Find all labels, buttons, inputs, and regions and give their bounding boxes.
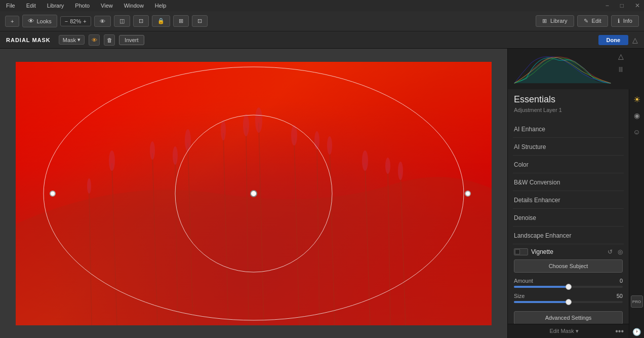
library-button[interactable]: ⊞ Library (536, 15, 574, 27)
fullscreen-button[interactable]: ⊡ (192, 15, 208, 27)
toolbar: + 👁 Looks − 82% + 👁 ◫ ⊡ 🔒 ⊞ ⊡ ⊞ Library … (0, 11, 644, 31)
add-icon: + (11, 18, 14, 24)
mask-eye-button[interactable]: 👁 (89, 34, 100, 46)
compare-button[interactable]: ◫ (114, 15, 130, 27)
crop-icon: ⊡ (139, 18, 143, 24)
menu-item-photo[interactable]: Photo (73, 2, 92, 10)
fullscreen-icon: ⊡ (197, 18, 202, 24)
right-panel: △ ||| ☀ ◉ ☺ PRO 🕐 Essentials Adjustment … (507, 49, 644, 338)
zoom-plus-button[interactable]: + (83, 18, 86, 24)
mask-bar: RADIAL MASK Mask ▾ 👁 🗑 Invert Done △ (0, 31, 644, 49)
lock-button[interactable]: 🔒 (152, 15, 170, 27)
edit-mask-label[interactable]: Edit Mask ▾ (513, 328, 615, 334)
looks-button[interactable]: 👁 Looks (22, 15, 57, 27)
info-icon: ℹ (618, 18, 620, 24)
vignette-section: Vignette ↺ ◎ Choose Subject Amount 0 (513, 244, 624, 324)
looks-icon: 👁 (28, 17, 34, 25)
center-handle[interactable] (250, 190, 257, 197)
panel-right-icons: ☀ ◉ ☺ PRO 🕐 (629, 89, 644, 338)
section-details-enhancer[interactable]: Details Enhancer (513, 191, 624, 209)
handle-left[interactable] (50, 191, 56, 197)
choose-subject-button[interactable]: Choose Subject (514, 259, 623, 273)
pro-badge: PRO (631, 295, 643, 308)
main-area: △ ||| ☀ ◉ ☺ PRO 🕐 Essentials Adjustment … (0, 49, 644, 338)
vignette-eye-icon[interactable]: ◎ (618, 248, 623, 255)
toolbar-right: ⊞ Library ✎ Edit ℹ Info (536, 15, 639, 27)
mask-delete-button[interactable]: 🗑 (104, 34, 115, 46)
advanced-settings-button[interactable]: Advanced Settings (514, 311, 623, 324)
essentials-panel: Essentials Adjustment Layer 1 AI Enhance… (508, 89, 629, 324)
section-ai-enhance[interactable]: AI Enhance (513, 120, 624, 138)
bottom-right-controls: ••• (615, 327, 624, 336)
window-maximize[interactable]: □ (620, 2, 624, 9)
edit-icon: ✎ (584, 18, 588, 24)
mask-title: RADIAL MASK (6, 37, 51, 43)
vignette-toggle[interactable] (514, 248, 528, 255)
amount-value: 0 (620, 278, 623, 284)
panel-title: Essentials (513, 94, 624, 105)
looks-label: Looks (36, 18, 51, 24)
size-label: Size (514, 293, 525, 299)
vignette-label: Vignette (531, 248, 605, 255)
compare-icon: ◫ (119, 18, 125, 24)
zoom-minus-button[interactable]: − (65, 18, 68, 24)
menu-item-file[interactable]: File (4, 2, 17, 10)
menu-item-library[interactable]: Library (45, 2, 66, 10)
size-slider-fill (514, 301, 569, 303)
clock-icon[interactable]: 🕐 (631, 326, 643, 338)
vignette-reset-icon[interactable]: ↺ (608, 248, 613, 255)
zoom-control: − 82% + (60, 16, 91, 26)
menu-bar: File Edit Library Photo View Window Help… (0, 0, 644, 11)
histogram-icon-btn-1[interactable]: △ (615, 51, 626, 62)
mask-dropdown[interactable]: Mask ▾ (59, 35, 85, 45)
menu-item-window[interactable]: Window (122, 2, 146, 10)
info-button[interactable]: ℹ Info (611, 15, 639, 27)
section-landscape-enhancer[interactable]: Landscape Enhancer (513, 227, 624, 244)
amount-slider-row: Amount 0 (514, 278, 623, 288)
chevron-down-icon: ▾ (77, 36, 80, 43)
dots-menu-button[interactable]: ••• (615, 327, 624, 336)
amount-slider-thumb[interactable] (566, 284, 572, 290)
size-value: 50 (617, 293, 623, 299)
amount-slider-fill (514, 286, 569, 288)
window-minimize[interactable]: − (606, 2, 609, 9)
grid-button[interactable]: ⊞ (173, 15, 189, 27)
preview-button[interactable]: 👁 (94, 16, 111, 27)
amount-label: Amount (514, 278, 533, 284)
canvas-area[interactable] (0, 49, 507, 338)
size-slider-thumb[interactable] (566, 299, 572, 305)
crop-button[interactable]: ⊡ (133, 15, 149, 27)
section-color[interactable]: Color (513, 156, 624, 173)
color-wheel-icon[interactable]: ◉ (631, 109, 643, 122)
done-button[interactable]: Done (598, 35, 629, 45)
section-bw-conversion[interactable]: B&W Conversion (513, 173, 624, 191)
vignette-checkbox-inner (515, 249, 520, 254)
invert-button[interactable]: Invert (119, 35, 144, 45)
add-button[interactable]: + (5, 16, 19, 27)
lock-icon: 🔒 (157, 18, 165, 24)
section-denoise[interactable]: Denoise (513, 209, 624, 227)
menu-item-view[interactable]: View (99, 2, 115, 10)
histogram-icon-btn-2[interactable]: ||| (615, 63, 626, 74)
edit-button[interactable]: ✎ Edit (577, 15, 608, 27)
section-ai-structure[interactable]: AI Structure (513, 138, 624, 156)
grid-icon: ⊞ (179, 18, 183, 24)
handle-right[interactable] (465, 191, 471, 197)
library-icon: ⊞ (542, 18, 547, 24)
histogram-controls: △ ||| (615, 51, 626, 74)
face-panel-icon[interactable]: ☺ (631, 126, 643, 138)
size-slider-row: Size 50 (514, 293, 623, 303)
canvas-image (16, 62, 492, 325)
amount-label-row: Amount 0 (514, 278, 623, 284)
warning-icon: △ (632, 36, 638, 44)
mask-dropdown-label: Mask (63, 37, 76, 43)
sun-panel-icon[interactable]: ☀ (631, 93, 643, 105)
menu-item-edit[interactable]: Edit (24, 2, 38, 10)
zoom-value: 82% (70, 18, 81, 24)
window-close[interactable]: ✕ (635, 2, 640, 9)
size-slider-track[interactable] (514, 301, 623, 303)
bottom-bar: Edit Mask ▾ ••• (508, 324, 629, 338)
panel-subtitle: Adjustment Layer 1 (513, 107, 624, 113)
menu-item-help[interactable]: Help (153, 2, 169, 10)
amount-slider-track[interactable] (514, 286, 623, 288)
